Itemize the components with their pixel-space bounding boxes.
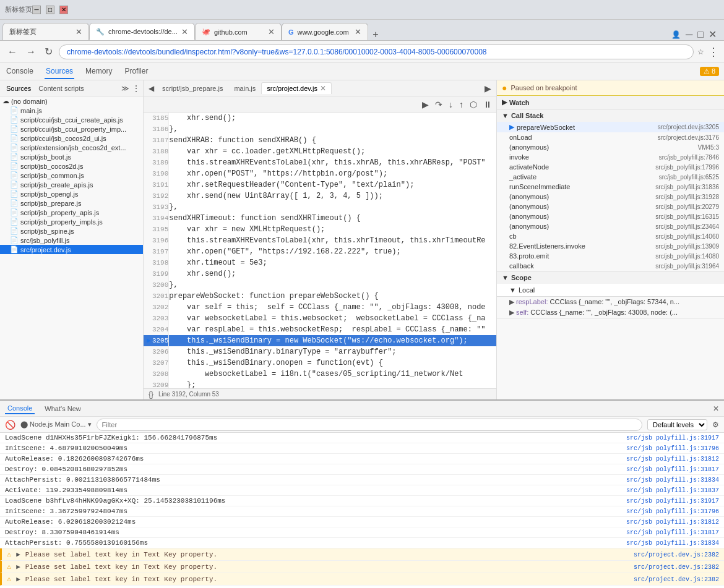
pause-on-exceptions[interactable]: ⏸ (481, 98, 494, 111)
call-stack-item[interactable]: activateNodesrc/jsb_polyfill.js:17996 (497, 162, 724, 172)
tab-close-icon[interactable]: ✕ (268, 27, 275, 36)
sidebar-menu-icon[interactable]: ⋮ (132, 83, 140, 93)
message-source[interactable]: src/jsb polyfill.js:31812 (626, 519, 719, 526)
call-stack-item[interactable]: (anonymous)src/jsb_polyfill.js:20279 (497, 202, 724, 211)
editor-nav-right[interactable]: ▶ (482, 82, 494, 95)
minimize-icon[interactable]: ─ (686, 29, 692, 40)
call-stack-item[interactable]: cbsrc/jsb_polyfill.js:14060 (497, 231, 724, 241)
address-input[interactable] (59, 45, 694, 59)
sidebar-tab-content-scripts[interactable]: Content scripts (35, 83, 87, 93)
new-tab-button[interactable]: + (368, 29, 383, 40)
message-source[interactable]: src/project.dev.js:2382 (634, 552, 719, 558)
call-stack-item[interactable]: invokesrc/jsb_polyfill.js:7846 (497, 152, 724, 162)
console-settings-icon[interactable]: ⚙ (712, 420, 719, 429)
list-item[interactable]: 📄 script/ccui/jsb_cocos2d_ui.js (0, 134, 143, 143)
tab-close-icon[interactable]: ✕ (75, 27, 82, 36)
message-source[interactable]: src/jsb polyfill.js:31837 (626, 487, 719, 494)
tab-profiler[interactable]: Profiler (123, 64, 149, 79)
message-source[interactable]: src/jsb polyfill.js:31812 (626, 456, 719, 462)
context-selector[interactable]: ⬤ Node.js Main Co... ▾ (20, 420, 92, 428)
editor-tab-project[interactable]: src/project.dev.js ✕ (261, 82, 332, 94)
step-into-button[interactable]: ↓ (447, 98, 455, 111)
message-source[interactable]: src/jsb polyfill.js:31796 (626, 508, 719, 515)
list-item-selected[interactable]: 📄 src/project.dev.js (0, 245, 143, 254)
list-item[interactable]: 📄 script/jsb_opengl.js (0, 189, 143, 198)
code-editor[interactable]: 3185 xhr.send();3186},3187sendXHRAB: fun… (144, 113, 496, 388)
message-source[interactable]: src/project.dev.js:2382 (634, 564, 719, 571)
list-item[interactable]: 📄 script/jsb_property_apis.js (0, 208, 143, 217)
message-source[interactable]: src/jsb polyfill.js:31917 (626, 498, 719, 505)
message-source[interactable]: src/jsb polyfill.js:31817 (626, 529, 719, 536)
console-close-button[interactable]: ✕ (713, 404, 719, 413)
close-window-icon[interactable]: ✕ (709, 28, 717, 40)
sidebar-tab-sources[interactable]: Sources (2, 83, 35, 93)
bookmark-icon[interactable]: ☆ (697, 48, 704, 56)
message-source[interactable]: src/project.dev.js:2382 (634, 576, 719, 583)
console-tab-whatsnew[interactable]: What's New (42, 404, 83, 414)
list-item[interactable]: 📄 main.js (0, 106, 143, 115)
editor-tab-main[interactable]: main.js (228, 83, 261, 93)
user-icon[interactable]: 👤 (671, 30, 681, 39)
forward-button[interactable]: → (24, 45, 38, 59)
step-over-button[interactable]: ↷ (433, 98, 444, 111)
list-item[interactable]: 📄 script/jsb_cocos2d.js (0, 161, 143, 171)
message-source[interactable]: src/jsb polyfill.js:31834 (626, 477, 719, 484)
scope-header[interactable]: ▼ Scope (497, 271, 724, 284)
list-item[interactable]: 📄 script/jsb_common.js (0, 171, 143, 180)
call-stack-item[interactable]: _activatesrc/jsb_polyfill.js:6525 (497, 172, 724, 182)
list-item[interactable]: 📄 src/jsb_polyfill.js (0, 236, 143, 245)
list-item[interactable]: 📄 script/jsb_property_impls.js (0, 217, 143, 226)
call-stack-item[interactable]: ▶ prepareWebSocketsrc/project.dev.js:320… (497, 122, 724, 132)
call-stack-item[interactable]: (anonymous)VM45:3 (497, 142, 724, 152)
console-clear-icon[interactable]: 🚫 (5, 420, 15, 430)
list-item[interactable]: 📄 script/jsb_boot.js (0, 152, 143, 161)
file-tree-root[interactable]: ☁ (no domain) (0, 96, 143, 106)
local-header[interactable]: ▼ Local (497, 284, 724, 297)
message-source[interactable]: src/jsb polyfill.js:31796 (626, 445, 719, 452)
browser-tab-github[interactable]: 🐙 github.com ✕ (195, 23, 282, 40)
tab-close-icon[interactable]: ✕ (355, 27, 361, 36)
minimize-button[interactable]: ─ (32, 6, 41, 14)
editor-tab-close-icon[interactable]: ✕ (320, 84, 326, 93)
maximize-button[interactable]: □ (46, 6, 54, 14)
scope-item[interactable]: ▶ respLabel: CCClass {_name: "", _objFla… (497, 297, 724, 307)
deactivate-breakpoints[interactable]: ⬡ (468, 98, 479, 111)
step-out-button[interactable]: ↑ (457, 98, 465, 111)
console-tab-console[interactable]: Console (5, 403, 35, 414)
list-item[interactable]: 📄 script/jsb_prepare.js (0, 198, 143, 208)
tab-close-icon[interactable]: ✕ (181, 27, 188, 36)
resume-button[interactable]: ▶ (420, 98, 431, 111)
call-stack-item[interactable]: 82.EventListeners.invokesrc/jsb_polyfill… (497, 241, 724, 251)
watch-header[interactable]: ▶ Watch (497, 96, 724, 109)
call-stack-header[interactable]: ▼ Call Stack (497, 109, 724, 122)
refresh-button[interactable]: ↻ (42, 45, 55, 59)
list-item[interactable]: 📄 script/jsb_create_apis.js (0, 180, 143, 189)
tab-sources[interactable]: Sources (45, 64, 74, 79)
tab-console[interactable]: Console (5, 64, 35, 79)
message-source[interactable]: src/jsb polyfill.js:31817 (626, 466, 719, 473)
list-item[interactable]: 📄 script/jsb_spine.js (0, 226, 143, 236)
sidebar-tab-more[interactable]: ≫ (121, 84, 129, 93)
list-item[interactable]: 📄 script/extension/jsb_cocos2d_ext... (0, 143, 143, 152)
editor-tab-jsb-prepare[interactable]: script/jsb_prepare.js (157, 83, 228, 93)
call-stack-item[interactable]: 83.proto.emitsrc/jsb_polyfill.js:14080 (497, 251, 724, 261)
menu-icon[interactable]: ⋮ (708, 45, 719, 59)
call-stack-item[interactable]: runSceneImmediatesrc/jsb_polyfill.js:318… (497, 182, 724, 192)
message-source[interactable]: src/jsb polyfill.js:31834 (626, 540, 719, 547)
list-item[interactable]: 📄 script/ccui/jsb_ccui_create_apis.js (0, 115, 143, 124)
call-stack-item[interactable]: onLoadsrc/project.dev.js:3176 (497, 132, 724, 142)
call-stack-item[interactable]: (anonymous)src/jsb_polyfill.js:16315 (497, 211, 724, 221)
browser-tab-google[interactable]: G www.google.com ✕ (282, 23, 368, 40)
call-stack-item[interactable]: callbacksrc/jsb_polyfill.js:31964 (497, 261, 724, 271)
close-button[interactable]: ✕ (59, 6, 68, 14)
browser-tab-devtools[interactable]: 🔧 chrome-devtools://de... ✕ (89, 23, 195, 40)
list-item[interactable]: 📄 script/ccui/jsb_ccui_property_imp... (0, 124, 143, 134)
maximize-icon[interactable]: □ (697, 29, 704, 40)
call-stack-item[interactable]: (anonymous)src/jsb_polyfill.js:23464 (497, 221, 724, 231)
console-level-select[interactable]: Default levels (647, 419, 707, 430)
message-source[interactable]: src/jsb polyfill.js:31917 (626, 435, 719, 441)
editor-nav-left[interactable]: ◀ (146, 83, 157, 94)
format-button[interactable]: {} (149, 390, 153, 399)
console-filter-input[interactable] (97, 419, 642, 431)
scope-item[interactable]: ▶ self: CCClass {_name: "", _objFlags: 4… (497, 307, 724, 318)
